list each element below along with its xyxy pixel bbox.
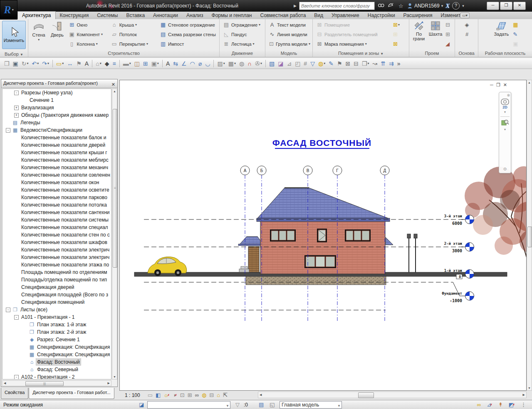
ribbon-tab[interactable]: Архитектура [17, 11, 56, 19]
selection-filter-icon[interactable]: ▽ [235, 402, 240, 408]
tag-button[interactable]: ⚑ [75, 60, 83, 67]
temporary-view-properties-button[interactable]: ⊟ [208, 392, 215, 399]
wall-button[interactable]: ▬▾ [122, 60, 132, 67]
scroll-left-icon[interactable]: ◀ [260, 393, 262, 397]
minimize-button[interactable]: ─ [487, 2, 499, 10]
porch-roof[interactable] [239, 237, 263, 245]
ribbon-icon-button[interactable]: ◢ [445, 39, 451, 49]
lightbulb-button[interactable]: ◍▾ [317, 60, 327, 67]
save-group-button[interactable]: ❒▾ [361, 60, 371, 67]
scroll-up-icon[interactable]: ▲ [112, 90, 117, 93]
tree-toggle[interactable] [14, 136, 19, 140]
visual-style-button[interactable]: ◧ [155, 392, 161, 399]
lock-3d-view-button[interactable]: ⇱ [222, 392, 228, 399]
car-image[interactable] [148, 257, 187, 276]
text-button[interactable]: A [84, 60, 90, 67]
thin-lines-button[interactable]: ≡ [111, 60, 117, 67]
favorites-star-icon[interactable]: ☆ [397, 3, 405, 9]
panel-label[interactable]: Выбор ▼ [0, 51, 28, 57]
tree-toggle[interactable] [14, 195, 19, 200]
tree-item[interactable]: - А102 - Презентация - 2 [2, 373, 111, 379]
tree-item[interactable]: Количественные показатели шкафов [2, 239, 111, 246]
tree-item[interactable]: Количественные показатели специал [2, 224, 111, 231]
ribbon-button[interactable]: ▣ Компонент ▾ [67, 30, 108, 39]
application-menu-button[interactable]: R▾ [0, 0, 17, 20]
worksets-icon[interactable]: ◪ [139, 402, 144, 408]
modify-controls-button[interactable]: ⇉ [388, 60, 395, 67]
ribbon-tab[interactable]: Надстройки [364, 12, 399, 19]
angular-dimension-button[interactable]: ∠ [180, 60, 188, 67]
ribbon-button[interactable]: ◺ Пандус [222, 30, 263, 39]
reveal-hidden-elements-button[interactable]: ◍ [201, 392, 207, 399]
set-work-plane-button[interactable]: Задать [491, 20, 511, 37]
temporary-hide-isolate-button[interactable]: ∞ [194, 392, 200, 399]
tree-item[interactable]: Количественные показатели озеленен [2, 171, 111, 179]
close-icon[interactable]: ✕ [111, 81, 115, 88]
tree-item[interactable]: Количественные показатели балок и [2, 134, 111, 141]
ribbon-icon-button[interactable]: ◈ [464, 20, 470, 30]
drawing-horizontal-scrollbar[interactable]: ◀ ▶ [258, 392, 527, 398]
ribbon-button[interactable]: A Текст модели [267, 20, 312, 30]
panel-label[interactable]: Движение [220, 50, 265, 57]
account-menu[interactable]: ANDR1569 ▾ [407, 3, 443, 9]
ribbon-tab[interactable]: Расширения [399, 12, 437, 19]
close-button[interactable]: ✕ [513, 2, 526, 10]
ribbon-button[interactable]: ⌂ Крыша ▾ [110, 20, 157, 30]
tree-item[interactable]: Количественные показатели стен по с [2, 231, 111, 239]
tree-toggle[interactable] [22, 98, 27, 103]
view-minimize-icon[interactable]: ─ [490, 82, 493, 88]
radial-dimension-button[interactable]: ◠ [189, 60, 196, 67]
ribbon-button[interactable]: ▥ Импост [158, 39, 217, 49]
measure-button[interactable]: ▭▾ [55, 60, 65, 67]
tree-item[interactable]: Количественные показатели осветите [2, 186, 111, 194]
ribbon-button[interactable]: ▦ Стеновое ограждение [158, 20, 217, 30]
ribbon-tab[interactable]: Аннотации [149, 12, 182, 19]
restore-button[interactable]: ❐ [500, 2, 512, 10]
help-search-input[interactable] [299, 2, 375, 10]
toolbar-overflow-button[interactable]: » [396, 60, 402, 67]
ribbon-tab[interactable]: Формы и генплан [208, 12, 256, 19]
filled-region-button[interactable]: ▩▾ [227, 60, 237, 67]
tree-toggle[interactable]: - [6, 128, 10, 133]
tree-item[interactable]: ▤ Легенды [2, 119, 111, 126]
tree-toggle[interactable]: + [14, 113, 19, 118]
ribbon-button[interactable]: ▯ Колонна ▾ [67, 39, 108, 49]
dimension-button[interactable]: ⇆ [172, 60, 179, 67]
roof[interactable] [257, 188, 388, 218]
panel-label[interactable]: Рабочая плоскость [478, 50, 532, 57]
tree-toggle[interactable] [14, 270, 19, 275]
tree-toggle[interactable] [14, 150, 19, 155]
ribbon-button[interactable]: ⊠ Марка помещения ▾ [315, 39, 391, 49]
level-marker-2[interactable]: 2-й этаж 3000 [444, 241, 474, 253]
select-elements-by-face-toggle[interactable]: ◩✗ [508, 401, 516, 408]
tree-toggle[interactable] [14, 173, 19, 177]
help-icon[interactable]: ? [452, 2, 460, 10]
tree-item[interactable]: + Визуализация [2, 104, 111, 111]
tree-toggle[interactable] [6, 121, 10, 125]
show-crop-region-button[interactable]: ⊞ [187, 392, 193, 399]
render-button[interactable]: ◪ [277, 60, 285, 67]
modify-button[interactable]: Изменить [2, 21, 26, 49]
tree-toggle[interactable] [14, 143, 19, 148]
zoom-region-icon[interactable] [501, 118, 509, 127]
window[interactable] [270, 229, 296, 241]
tree-item[interactable]: Количественные показатели потолка [2, 201, 111, 209]
tree-toggle[interactable]: - [14, 91, 19, 95]
tree-toggle[interactable] [14, 278, 19, 282]
ribbon-icon-button[interactable]: ⊞ [392, 30, 401, 39]
ribbon-button[interactable]: ▱ Потолок [110, 30, 157, 39]
subscription-center-icon[interactable] [387, 2, 395, 10]
tree-item[interactable]: - Разрезы (Номер узла) [2, 89, 111, 96]
sun-path-button[interactable]: ☼✗ [163, 392, 171, 399]
wall-button[interactable]: Стена ▾ [30, 20, 48, 43]
tree-toggle[interactable] [14, 240, 19, 245]
tree-toggle[interactable]: + [14, 106, 19, 110]
tree-toggle[interactable] [14, 255, 19, 260]
tree-toggle[interactable] [14, 158, 19, 163]
tree-toggle[interactable]: - [6, 308, 10, 312]
tree-item[interactable]: ▦ Спецификация: Спецификация [2, 351, 111, 358]
undo-button[interactable]: ↶▾ [31, 60, 40, 67]
tree-item[interactable]: + Обходы (Траектория движения камер [2, 111, 111, 119]
tree-item[interactable]: Количественные показатели окон [2, 179, 111, 186]
opening-by-face-button[interactable]: По грани [411, 20, 427, 42]
